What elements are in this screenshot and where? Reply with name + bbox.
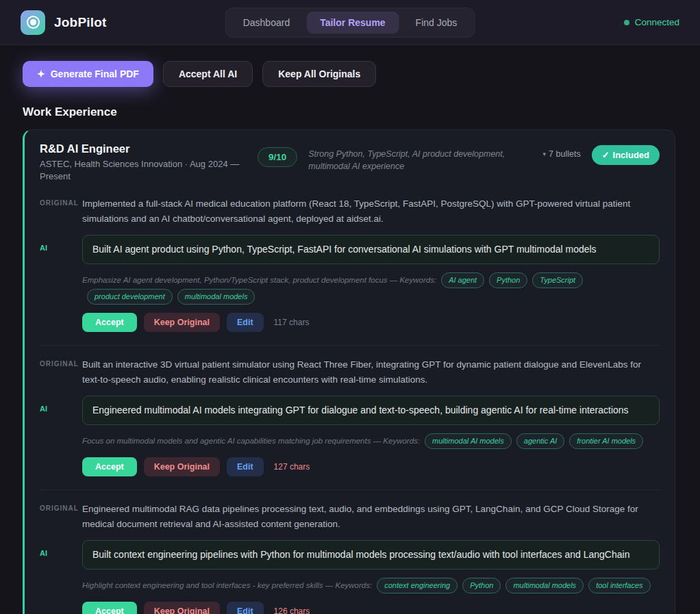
bullet-item: ORIGINAL Implemented a full-stack AI med… (40, 196, 660, 346)
bullet-list: ORIGINAL Implemented a full-stack AI med… (40, 196, 660, 614)
accept-button[interactable]: Accept (82, 602, 137, 614)
included-toggle-button[interactable]: ✓ Included (592, 145, 660, 165)
keyword-pill: TypeScript (532, 272, 583, 288)
bullets-toggle[interactable]: ▾ 7 bullets (543, 149, 581, 159)
brand-name: JobPilot (54, 15, 107, 30)
included-label: Included (613, 150, 649, 160)
edit-button[interactable]: Edit (227, 602, 264, 614)
edit-button[interactable]: Edit (227, 457, 264, 476)
ai-label: AI (40, 540, 82, 570)
match-score-badge: 9/10 (258, 147, 297, 167)
original-row: ORIGINAL Implemented a full-stack AI med… (40, 196, 660, 226)
tab-find-jobs[interactable]: Find Jobs (402, 12, 471, 34)
generate-final-pdf-label: Generate Final PDF (51, 68, 139, 79)
reason-text: Focus on multimodal models and agentic A… (82, 437, 420, 445)
tab-dashboard[interactable]: Dashboard (229, 12, 304, 34)
logo-dot-icon (30, 19, 36, 25)
ai-row: AI Built AI agent product using Python, … (40, 235, 660, 265)
reason-text: Highlight context engineering and tool i… (82, 581, 372, 589)
ai-suggestion-text[interactable]: Built AI agent product using Python, Typ… (82, 235, 660, 265)
keyword-pill: multimodal models (177, 289, 255, 305)
keyword-pill: Python (489, 272, 527, 288)
keyword-pill: frontier AI models (569, 433, 643, 449)
keyword-pills: multimodal AI modelsagentic AIfrontier A… (420, 437, 643, 445)
keyword-pills: context engineeringPythonmultimodal mode… (372, 581, 650, 589)
accept-button[interactable]: Accept (82, 457, 137, 476)
reason-text: Emphasize AI agent development, Python/T… (82, 276, 436, 284)
main-nav: Dashboard Tailor Resume Find Jobs (225, 8, 475, 38)
keyword-pill: agentic AI (516, 433, 565, 449)
ai-suggestion-text[interactable]: Built context engineering pipelines with… (82, 540, 660, 570)
match-note: Strong Python, TypeScript, AI product de… (308, 148, 532, 172)
ai-label: AI (40, 396, 82, 426)
keyword-pill: context engineering (377, 578, 458, 593)
reason-line: Emphasize AI agent development, Python/T… (82, 272, 660, 305)
ai-row: AI Engineered multimodal AI models integ… (40, 396, 660, 426)
char-count: 126 chars (274, 606, 310, 614)
bullet-divider (40, 345, 660, 346)
bullets-count-label: 7 bullets (549, 149, 581, 159)
bullet-item: ORIGINAL Built an interactive 3D virtual… (40, 357, 660, 490)
reason-line: Focus on multimodal models and agentic A… (82, 433, 660, 449)
keyword-pill: multimodal AI models (425, 433, 512, 449)
status-label: Connected (635, 17, 679, 27)
keyword-pill: Python (462, 578, 501, 593)
keyword-pill: tool interfaces (588, 578, 650, 593)
reason-line: Highlight context engineering and tool i… (82, 577, 660, 593)
keep-original-button[interactable]: Keep Original (144, 313, 220, 332)
keyword-pill: product development (87, 289, 173, 305)
tab-tailor-resume[interactable]: Tailor Resume (306, 12, 399, 34)
ai-suggestion-text[interactable]: Engineered multimodal AI models integrat… (82, 396, 660, 426)
original-text: Implemented a full-stack AI medical educ… (82, 196, 660, 226)
original-text: Engineered multimodal RAG data pipelines… (82, 502, 660, 531)
actions-row: Accept Keep Original Edit 126 chars (40, 602, 660, 614)
ai-label: AI (40, 235, 82, 265)
keep-original-button[interactable]: Keep Original (144, 602, 220, 614)
actions-row: Accept Keep Original Edit 117 chars (40, 313, 660, 332)
ai-row: AI Built context engineering pipelines w… (40, 540, 660, 570)
section-title: Work Experience (23, 105, 677, 119)
connection-status: Connected (624, 17, 679, 27)
brand: JobPilot (21, 10, 107, 35)
job-subtitle: ASTEC, Health Sciences Innovation · Aug … (40, 158, 247, 183)
job-card: R&D AI Engineer ASTEC, Health Sciences I… (23, 129, 675, 614)
job-title: R&D AI Engineer (40, 142, 247, 155)
status-dot-icon (624, 20, 629, 25)
bullet-item: ORIGINAL Engineered multimodal RAG data … (40, 502, 660, 614)
char-count: 117 chars (274, 318, 310, 327)
jobpilot-logo-icon (21, 10, 45, 35)
original-label: ORIGINAL (40, 196, 82, 226)
original-text: Built an interactive 3D virtual patient … (82, 357, 660, 387)
keep-original-button[interactable]: Keep Original (144, 457, 220, 476)
accept-all-ai-button[interactable]: Accept All AI (163, 61, 253, 87)
char-count: 127 chars (274, 462, 310, 472)
bullet-divider (40, 489, 660, 490)
original-row: ORIGINAL Engineered multimodal RAG data … (40, 502, 660, 531)
keyword-pill: multimodal models (505, 578, 584, 593)
original-row: ORIGINAL Built an interactive 3D virtual… (40, 357, 660, 387)
original-label: ORIGINAL (40, 502, 82, 531)
logo-ring-icon (27, 16, 40, 29)
actions-row: Accept Keep Original Edit 127 chars (40, 457, 660, 476)
original-label: ORIGINAL (40, 357, 82, 387)
job-card-header: R&D AI Engineer ASTEC, Health Sciences I… (40, 142, 660, 183)
keyword-pill: AI agent (441, 272, 484, 288)
sparkle-icon: ✦ (37, 68, 45, 79)
edit-button[interactable]: Edit (227, 313, 264, 332)
reason-row: Focus on multimodal models and agentic A… (40, 433, 660, 449)
keep-all-originals-button[interactable]: Keep All Originals (262, 61, 376, 87)
toolbar: ✦ Generate Final PDF Accept All AI Keep … (23, 61, 677, 87)
reason-row: Highlight context engineering and tool i… (40, 577, 660, 593)
accept-button[interactable]: Accept (82, 313, 137, 332)
reason-row: Emphasize AI agent development, Python/T… (40, 272, 660, 305)
check-icon: ✓ (602, 150, 610, 160)
chevron-down-icon: ▾ (543, 151, 547, 157)
generate-final-pdf-button[interactable]: ✦ Generate Final PDF (23, 61, 153, 87)
job-info: R&D AI Engineer ASTEC, Health Sciences I… (40, 142, 247, 183)
app-header: JobPilot Dashboard Tailor Resume Find Jo… (0, 0, 700, 45)
